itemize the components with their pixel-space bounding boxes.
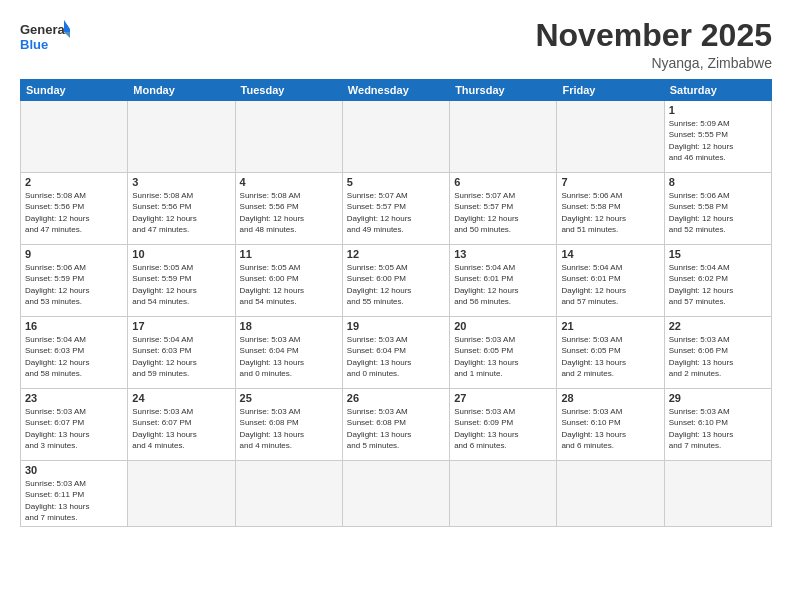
day-number: 14 [561, 248, 659, 260]
day-number: 1 [669, 104, 767, 116]
day-info: Sunrise: 5:03 AM Sunset: 6:08 PM Dayligh… [240, 406, 338, 451]
calendar-cell: 7Sunrise: 5:06 AM Sunset: 5:58 PM Daylig… [557, 173, 664, 245]
day-info: Sunrise: 5:08 AM Sunset: 5:56 PM Dayligh… [240, 190, 338, 235]
day-number: 16 [25, 320, 123, 332]
calendar-cell: 26Sunrise: 5:03 AM Sunset: 6:08 PM Dayli… [342, 389, 449, 461]
calendar-week-row: 30Sunrise: 5:03 AM Sunset: 6:11 PM Dayli… [21, 461, 772, 527]
day-number: 19 [347, 320, 445, 332]
day-number: 12 [347, 248, 445, 260]
calendar-cell: 15Sunrise: 5:04 AM Sunset: 6:02 PM Dayli… [664, 245, 771, 317]
header: General Blue November 2025 Nyanga, Zimba… [20, 18, 772, 71]
day-number: 3 [132, 176, 230, 188]
day-info: Sunrise: 5:05 AM Sunset: 6:00 PM Dayligh… [240, 262, 338, 307]
calendar-col-thursday: Thursday [450, 80, 557, 101]
calendar-col-saturday: Saturday [664, 80, 771, 101]
day-info: Sunrise: 5:03 AM Sunset: 6:06 PM Dayligh… [669, 334, 767, 379]
calendar-cell: 21Sunrise: 5:03 AM Sunset: 6:05 PM Dayli… [557, 317, 664, 389]
logo: General Blue [20, 18, 70, 60]
calendar-cell: 14Sunrise: 5:04 AM Sunset: 6:01 PM Dayli… [557, 245, 664, 317]
logo-svg: General Blue [20, 18, 70, 60]
calendar-cell [235, 101, 342, 173]
day-number: 21 [561, 320, 659, 332]
calendar-cell [342, 461, 449, 527]
calendar-cell [128, 101, 235, 173]
calendar-cell: 6Sunrise: 5:07 AM Sunset: 5:57 PM Daylig… [450, 173, 557, 245]
day-number: 4 [240, 176, 338, 188]
day-info: Sunrise: 5:03 AM Sunset: 6:04 PM Dayligh… [240, 334, 338, 379]
day-number: 25 [240, 392, 338, 404]
day-number: 17 [132, 320, 230, 332]
calendar-cell [557, 461, 664, 527]
month-title: November 2025 [535, 18, 772, 53]
calendar-week-row: 1Sunrise: 5:09 AM Sunset: 5:55 PM Daylig… [21, 101, 772, 173]
calendar-week-row: 2Sunrise: 5:08 AM Sunset: 5:56 PM Daylig… [21, 173, 772, 245]
day-info: Sunrise: 5:03 AM Sunset: 6:10 PM Dayligh… [669, 406, 767, 451]
calendar-cell [450, 461, 557, 527]
calendar-cell: 22Sunrise: 5:03 AM Sunset: 6:06 PM Dayli… [664, 317, 771, 389]
day-number: 7 [561, 176, 659, 188]
day-number: 18 [240, 320, 338, 332]
calendar-cell [235, 461, 342, 527]
calendar-cell: 8Sunrise: 5:06 AM Sunset: 5:58 PM Daylig… [664, 173, 771, 245]
day-number: 10 [132, 248, 230, 260]
day-number: 13 [454, 248, 552, 260]
location: Nyanga, Zimbabwe [535, 55, 772, 71]
calendar-col-monday: Monday [128, 80, 235, 101]
day-number: 15 [669, 248, 767, 260]
day-info: Sunrise: 5:04 AM Sunset: 6:01 PM Dayligh… [561, 262, 659, 307]
day-info: Sunrise: 5:08 AM Sunset: 5:56 PM Dayligh… [25, 190, 123, 235]
day-number: 22 [669, 320, 767, 332]
calendar-page: General Blue November 2025 Nyanga, Zimba… [0, 0, 792, 612]
day-number: 5 [347, 176, 445, 188]
calendar-cell: 30Sunrise: 5:03 AM Sunset: 6:11 PM Dayli… [21, 461, 128, 527]
calendar-cell [128, 461, 235, 527]
calendar-cell: 12Sunrise: 5:05 AM Sunset: 6:00 PM Dayli… [342, 245, 449, 317]
day-number: 8 [669, 176, 767, 188]
calendar-cell: 2Sunrise: 5:08 AM Sunset: 5:56 PM Daylig… [21, 173, 128, 245]
day-number: 20 [454, 320, 552, 332]
calendar-cell: 25Sunrise: 5:03 AM Sunset: 6:08 PM Dayli… [235, 389, 342, 461]
calendar-cell: 10Sunrise: 5:05 AM Sunset: 5:59 PM Dayli… [128, 245, 235, 317]
calendar-cell: 29Sunrise: 5:03 AM Sunset: 6:10 PM Dayli… [664, 389, 771, 461]
day-info: Sunrise: 5:07 AM Sunset: 5:57 PM Dayligh… [454, 190, 552, 235]
day-info: Sunrise: 5:03 AM Sunset: 6:08 PM Dayligh… [347, 406, 445, 451]
day-info: Sunrise: 5:03 AM Sunset: 6:10 PM Dayligh… [561, 406, 659, 451]
day-info: Sunrise: 5:03 AM Sunset: 6:07 PM Dayligh… [132, 406, 230, 451]
calendar-week-row: 16Sunrise: 5:04 AM Sunset: 6:03 PM Dayli… [21, 317, 772, 389]
calendar-cell: 5Sunrise: 5:07 AM Sunset: 5:57 PM Daylig… [342, 173, 449, 245]
day-info: Sunrise: 5:08 AM Sunset: 5:56 PM Dayligh… [132, 190, 230, 235]
calendar-cell [21, 101, 128, 173]
calendar-cell: 28Sunrise: 5:03 AM Sunset: 6:10 PM Dayli… [557, 389, 664, 461]
title-block: November 2025 Nyanga, Zimbabwe [535, 18, 772, 71]
calendar-table: SundayMondayTuesdayWednesdayThursdayFrid… [20, 79, 772, 527]
day-number: 6 [454, 176, 552, 188]
calendar-cell: 11Sunrise: 5:05 AM Sunset: 6:00 PM Dayli… [235, 245, 342, 317]
calendar-cell: 19Sunrise: 5:03 AM Sunset: 6:04 PM Dayli… [342, 317, 449, 389]
calendar-cell [664, 461, 771, 527]
svg-text:Blue: Blue [20, 37, 48, 52]
day-number: 26 [347, 392, 445, 404]
calendar-cell: 24Sunrise: 5:03 AM Sunset: 6:07 PM Dayli… [128, 389, 235, 461]
day-info: Sunrise: 5:05 AM Sunset: 5:59 PM Dayligh… [132, 262, 230, 307]
calendar-cell: 23Sunrise: 5:03 AM Sunset: 6:07 PM Dayli… [21, 389, 128, 461]
day-info: Sunrise: 5:04 AM Sunset: 6:03 PM Dayligh… [25, 334, 123, 379]
day-info: Sunrise: 5:04 AM Sunset: 6:02 PM Dayligh… [669, 262, 767, 307]
day-number: 27 [454, 392, 552, 404]
day-info: Sunrise: 5:06 AM Sunset: 5:59 PM Dayligh… [25, 262, 123, 307]
day-info: Sunrise: 5:05 AM Sunset: 6:00 PM Dayligh… [347, 262, 445, 307]
day-number: 23 [25, 392, 123, 404]
calendar-week-row: 9Sunrise: 5:06 AM Sunset: 5:59 PM Daylig… [21, 245, 772, 317]
calendar-cell: 17Sunrise: 5:04 AM Sunset: 6:03 PM Dayli… [128, 317, 235, 389]
calendar-cell: 27Sunrise: 5:03 AM Sunset: 6:09 PM Dayli… [450, 389, 557, 461]
calendar-cell: 3Sunrise: 5:08 AM Sunset: 5:56 PM Daylig… [128, 173, 235, 245]
calendar-cell: 18Sunrise: 5:03 AM Sunset: 6:04 PM Dayli… [235, 317, 342, 389]
day-number: 29 [669, 392, 767, 404]
day-info: Sunrise: 5:03 AM Sunset: 6:05 PM Dayligh… [454, 334, 552, 379]
calendar-cell: 20Sunrise: 5:03 AM Sunset: 6:05 PM Dayli… [450, 317, 557, 389]
calendar-col-wednesday: Wednesday [342, 80, 449, 101]
calendar-week-row: 23Sunrise: 5:03 AM Sunset: 6:07 PM Dayli… [21, 389, 772, 461]
calendar-col-friday: Friday [557, 80, 664, 101]
day-info: Sunrise: 5:04 AM Sunset: 6:01 PM Dayligh… [454, 262, 552, 307]
day-info: Sunrise: 5:07 AM Sunset: 5:57 PM Dayligh… [347, 190, 445, 235]
calendar-cell [342, 101, 449, 173]
